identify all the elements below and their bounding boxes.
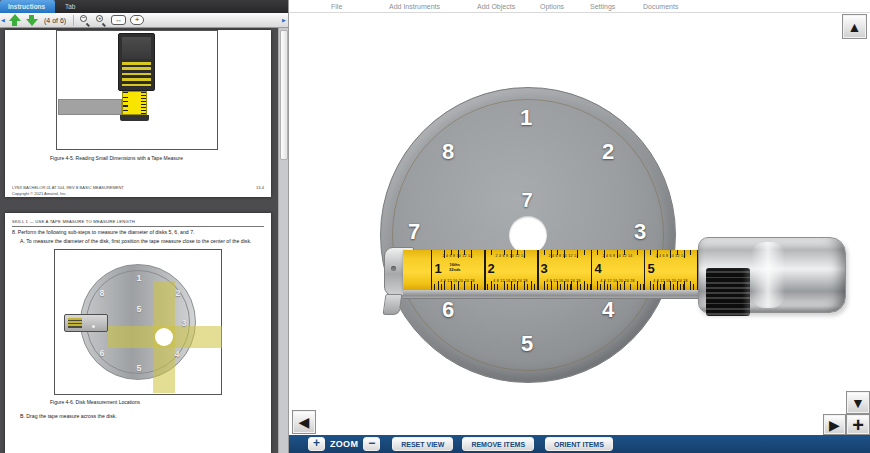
- step-8b-text: B. Drag the tape measure across the disk…: [20, 413, 266, 420]
- disk-position-label: 1: [520, 105, 532, 131]
- tape-inch-number: 4: [586, 261, 610, 276]
- zoom-out-button[interactable]: −: [363, 437, 380, 451]
- disk-position-label: 3: [634, 219, 646, 245]
- skill-header: SKILL 1 — USE A TAPE MEASURE TO MEASURE …: [12, 219, 264, 227]
- tape-tick-numbers: 4 8 12 16 20 24 28: [644, 279, 697, 283]
- pdf-page-1: Figure 4-5. Reading Small Dimensions wit…: [5, 30, 271, 197]
- tape-tick-numbers: 2 4 6 8 10 12 14: [644, 254, 697, 258]
- page-number: 13-4: [256, 185, 264, 191]
- magnifier-handle: [86, 23, 90, 27]
- fit-width-icon[interactable]: ↔: [111, 15, 126, 25]
- footer-line-2: Copyright © 2021 Amatrol, Inc.: [12, 191, 264, 197]
- zoom-in-button[interactable]: +: [308, 437, 325, 451]
- pdf-scrollbar[interactable]: [278, 28, 288, 453]
- tape-measure-grip: [706, 268, 750, 316]
- tape-measure-shine: [751, 242, 785, 308]
- disk-center-hole: [509, 216, 547, 254]
- disk-position-label: 4: [602, 297, 614, 323]
- next-page-button[interactable]: [25, 14, 38, 26]
- reset-view-button[interactable]: RESET VIEW: [392, 437, 453, 451]
- tape-tick-numbers: 4 8 12 16 20 24 28: [537, 279, 590, 283]
- pan-down-button[interactable]: ▼: [846, 391, 870, 414]
- zoom-level-icon[interactable]: +: [130, 15, 144, 25]
- tape-scale-note: 16ths32nds: [449, 263, 461, 273]
- simulation-canvas[interactable]: 1 2 3 4 5 6 7 8 7 2 4 6 8 10 12 14 2 4 6…: [289, 13, 870, 435]
- disk-label: 5: [136, 363, 141, 373]
- disk-position-label: 7: [408, 219, 420, 245]
- orient-items-button[interactable]: ORIENT ITEMS: [545, 437, 613, 451]
- tape-inch-number: 3: [532, 261, 556, 276]
- zoom-in-icon[interactable]: +: [95, 14, 107, 26]
- disk-position-label: 2: [602, 139, 614, 165]
- tape-tick-numbers: 4 8 12 16 20 24 28: [431, 279, 484, 283]
- figure-vertical-tape-measure: [56, 30, 218, 150]
- zoom-out-glyph: −: [80, 15, 87, 22]
- figure-caption: Figure 4-6. Disk Measurement Locations: [50, 399, 140, 405]
- toolbar-divider: [73, 15, 74, 26]
- pdf-tab-bar: Instructions Tab: [0, 0, 288, 13]
- previous-page-button[interactable]: [8, 14, 21, 26]
- app-window: Instructions Tab ◀ (4 of 6) − + ↔ + ▶: [0, 0, 870, 453]
- disk-position-label: 8: [442, 139, 454, 165]
- figure-caption: Figure 4-5. Reading Small Dimensions wit…: [50, 155, 183, 161]
- zoom-in-corner-button[interactable]: +: [846, 414, 870, 435]
- tab-instructions[interactable]: Instructions: [0, 0, 55, 13]
- tape-tick-numbers: 2 4 6 8 10 12 14: [431, 254, 484, 258]
- pan-right-button[interactable]: ▶: [823, 414, 846, 435]
- menu-documents[interactable]: Documents: [643, 0, 678, 13]
- tape-measure-body[interactable]: [698, 237, 846, 313]
- pdf-viewer-panel: Instructions Tab ◀ (4 of 6) − + ↔ + ▶: [0, 0, 288, 453]
- disk-label: 8: [99, 288, 104, 298]
- tape-inch-number: 2: [479, 261, 503, 276]
- tape-blade[interactable]: 2 4 6 8 10 12 14 2 4 6 8 10 12 14 2 4 6 …: [403, 250, 703, 290]
- disk-hole: [155, 328, 173, 346]
- disk-position-label: 6: [442, 297, 454, 323]
- disk-number-label: 7: [521, 189, 532, 212]
- tape-inch-number: 5: [639, 261, 663, 276]
- zoom-label: ZOOM: [330, 439, 358, 449]
- menu-file[interactable]: File: [331, 0, 342, 13]
- scale-note-line2: 32nds: [449, 267, 461, 272]
- bottom-toolbar: + ZOOM − RESET VIEW REMOVE ITEMS ORIENT …: [289, 435, 870, 453]
- step-8-text: 8. Perform the following sub-steps to me…: [12, 229, 264, 236]
- zoom-out-icon[interactable]: −: [79, 14, 91, 26]
- disk-position-label: 5: [521, 331, 533, 357]
- pan-up-button[interactable]: ▲: [842, 14, 867, 39]
- page-footer: LYNX BACHELOR 01 AT 504, REV B BASIC MEA…: [12, 185, 264, 197]
- pdf-page-2: SKILL 1 — USE A TAPE MEASURE TO MEASURE …: [5, 213, 271, 453]
- menu-bar: File Add Instruments Add Objects Options…: [289, 0, 870, 13]
- toolbar-scroll-left-icon[interactable]: ◀: [0, 17, 6, 23]
- tape-inch-number: 1: [426, 261, 450, 276]
- tape-tick-numbers: 4 8 12 16 20 24 28: [591, 279, 644, 283]
- pan-left-button[interactable]: ◀: [292, 410, 316, 434]
- tape-body-top: [122, 37, 151, 59]
- tape-tick-numbers: 2 4 6 8 10 12 14: [484, 254, 537, 258]
- disk-label: 1: [136, 273, 141, 283]
- measured-part-illustration: [58, 99, 122, 115]
- tape-bottom-edge: [403, 290, 701, 299]
- tab-generic[interactable]: Tab: [57, 0, 83, 13]
- tape-tick-numbers: 2 4 6 8 10 12 14: [591, 254, 644, 258]
- pdf-scrollbar-thumb[interactable]: [280, 30, 288, 160]
- tape-measure-illustration: [64, 314, 108, 332]
- disk-label: 4: [174, 349, 179, 359]
- tape-tick-numbers: 4 8 12 16 20 24 28: [484, 279, 537, 283]
- pdf-toolbar: ◀ (4 of 6) − + ↔ + ▶: [0, 13, 288, 28]
- menu-settings[interactable]: Settings: [590, 0, 615, 13]
- zoom-in-glyph: +: [96, 15, 103, 22]
- tape-body-grip: [122, 62, 151, 87]
- disk-label: 3: [181, 318, 186, 328]
- toolbar-scroll-right-icon[interactable]: ▶: [281, 17, 287, 23]
- magnifier-handle: [102, 23, 106, 27]
- menu-add-instruments[interactable]: Add Instruments: [389, 0, 440, 13]
- step-8a-text: A. To measure the diameter of the disk, …: [20, 238, 266, 245]
- pdf-content: Figure 4-5. Reading Small Dimensions wit…: [0, 28, 288, 453]
- disk-label: 6: [99, 348, 104, 358]
- disk-label: 2: [175, 288, 180, 298]
- menu-add-objects[interactable]: Add Objects: [477, 0, 515, 13]
- tape-end-hook-illustration: [120, 115, 149, 121]
- remove-items-button[interactable]: REMOVE ITEMS: [462, 437, 534, 451]
- menu-options[interactable]: Options: [540, 0, 564, 13]
- tape-hook-foot: [383, 294, 403, 315]
- figure-disk-measurement-locations: 1 2 3 4 5 6 8 5: [54, 249, 222, 395]
